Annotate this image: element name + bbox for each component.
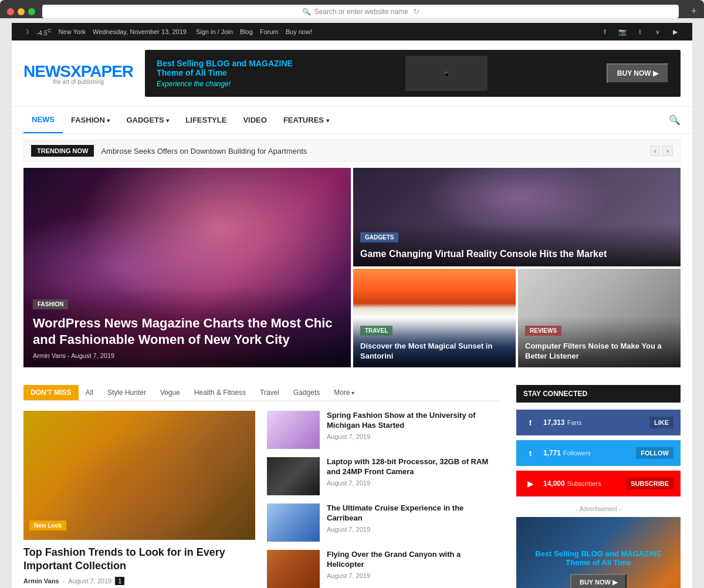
hero-reviews-title: Computer Filters Noise to Make You a Bet… bbox=[525, 342, 673, 361]
youtube-action[interactable]: SUBSCRIBE bbox=[626, 478, 673, 489]
article-title: The Ultimate Cruise Experience in the Ca… bbox=[327, 503, 499, 523]
featured-article[interactable]: New Look Top Fashion Trends to Look for … bbox=[23, 411, 255, 588]
tab-health-fitness[interactable]: Health & Fitness bbox=[187, 385, 253, 400]
article-date: August 7, 2019 bbox=[327, 526, 499, 533]
list-item[interactable]: Laptop with 128-bit Processor, 32GB of R… bbox=[267, 457, 499, 495]
hero-bottom-row: TRAVEL Discover the Most Magical Sunset … bbox=[353, 269, 681, 367]
hero-main-badge: FASHION bbox=[33, 299, 68, 309]
ad-label: - Advertisement - bbox=[516, 506, 681, 512]
featured-author: Armin Vans bbox=[23, 577, 59, 584]
featured-date: August 7, 2019 bbox=[68, 577, 111, 584]
article-thumb bbox=[267, 550, 320, 588]
instagram-icon[interactable]: 📷 bbox=[617, 26, 628, 37]
logo-paper: PAPER bbox=[81, 62, 133, 80]
nav-video[interactable]: VIDEO bbox=[235, 107, 275, 133]
sidebar-advertisement[interactable]: Best Selling BLOG and MAGAZINE Theme of … bbox=[516, 517, 681, 588]
header-banner[interactable]: Best Selling BLOG and MAGAZINE Theme of … bbox=[145, 50, 681, 97]
new-tab-button[interactable]: + bbox=[691, 5, 697, 18]
nav-fashion[interactable]: FASHION ▾ bbox=[63, 107, 118, 133]
facebook-count: 17,313 bbox=[543, 418, 565, 427]
forum-link[interactable]: Forum bbox=[260, 28, 279, 35]
buynow-link[interactable]: Buy now! bbox=[286, 28, 312, 35]
blog-link[interactable]: Blog bbox=[240, 28, 253, 35]
vimeo-icon[interactable]: v bbox=[652, 26, 663, 37]
youtube-count: 14,000 bbox=[543, 479, 565, 488]
article-info: The Ultimate Cruise Experience in the Ca… bbox=[327, 503, 499, 542]
sidebar-ad-btn[interactable]: BUY NOW ▶ bbox=[570, 574, 627, 589]
trending-next[interactable]: › bbox=[662, 146, 673, 156]
banner-image-placeholder: 📱 bbox=[405, 56, 488, 91]
nav-features[interactable]: FEATURES ▾ bbox=[275, 107, 337, 133]
tab-all[interactable]: All bbox=[79, 385, 100, 400]
nav-lifestyle[interactable]: LIFESTYLE bbox=[177, 107, 235, 133]
location: New York bbox=[59, 28, 86, 35]
sidebar: STAY CONNECTED f 17,313 Fans LIKE t 1,77… bbox=[516, 385, 681, 588]
tab-gadgets[interactable]: Gadgets bbox=[286, 385, 327, 400]
close-button[interactable] bbox=[7, 8, 14, 15]
youtube-label: Subscribers bbox=[567, 480, 601, 487]
maximize-button[interactable] bbox=[28, 8, 35, 15]
article-info: Spring Fashion Show at the University of… bbox=[327, 411, 499, 449]
section-header: DON'T MISS All Style Hunter Vogue Health… bbox=[23, 385, 499, 401]
search-icon[interactable]: 🔍 bbox=[669, 114, 681, 126]
banner-sub: Experience the change! bbox=[157, 80, 293, 88]
hero-top-right-overlay: GADGETS Game Changing Virtual Reality Co… bbox=[353, 224, 681, 266]
featured-badge: New Look bbox=[29, 520, 66, 534]
article-title: Laptop with 128-bit Processor, 32GB of R… bbox=[327, 457, 499, 477]
top-bar-left: ☽ -4.5C New York Wednesday, November 13,… bbox=[23, 28, 187, 36]
facebook-icon[interactable]: f bbox=[600, 26, 610, 37]
address-bar[interactable]: 🔍 Search or enter website name ↻ bbox=[42, 5, 679, 18]
list-item[interactable]: Flying Over the Grand Canyon with a Heli… bbox=[267, 550, 499, 588]
tab-travel[interactable]: Travel bbox=[253, 385, 286, 400]
hero-top-right-article[interactable]: GADGETS Game Changing Virtual Reality Co… bbox=[353, 168, 681, 266]
facebook-action[interactable]: LIKE bbox=[649, 417, 673, 428]
minimize-button[interactable] bbox=[18, 8, 25, 15]
hero-travel-article[interactable]: TRAVEL Discover the Most Magical Sunset … bbox=[353, 269, 516, 367]
top-bar-links: Sign in / Join Blog Forum Buy now! bbox=[196, 28, 312, 35]
youtube-icon[interactable]: ▶ bbox=[670, 26, 681, 37]
logo-x: X bbox=[70, 62, 81, 80]
twitter-label: Followers bbox=[563, 450, 591, 457]
twitter-row[interactable]: t 1,771 Followers FOLLOW bbox=[516, 440, 681, 466]
banner-buy-btn[interactable]: BUY NOW ▶ bbox=[607, 63, 669, 83]
facebook-row[interactable]: f 17,313 Fans LIKE bbox=[516, 410, 681, 435]
twitter-count: 1,771 bbox=[543, 449, 561, 457]
dont-miss-label: DON'T MISS bbox=[23, 385, 79, 400]
twitter-action[interactable]: FOLLOW bbox=[636, 447, 673, 459]
nav-gadgets[interactable]: GADGETS ▾ bbox=[118, 107, 177, 133]
logo[interactable]: NEWSXPAPER the art of publishing bbox=[23, 62, 133, 85]
trending-label: TRENDING NOW bbox=[31, 145, 94, 157]
nav-news[interactable]: NEWS bbox=[23, 107, 63, 133]
article-info: Flying Over the Grand Canyon with a Heli… bbox=[327, 550, 499, 588]
trending-arrows: ‹ › bbox=[650, 146, 673, 156]
hero-reviews-overlay: REVIEWS Computer Filters Noise to Make Y… bbox=[518, 317, 681, 367]
article-date: August 7, 2019 bbox=[327, 572, 499, 579]
hero-main-overlay: FASHION WordPress News Magazine Charts t… bbox=[23, 287, 351, 367]
twitter-icon[interactable]: t bbox=[635, 26, 645, 37]
list-item[interactable]: Spring Fashion Show at the University of… bbox=[267, 411, 499, 449]
list-item[interactable]: The Ultimate Cruise Experience in the Ca… bbox=[267, 503, 499, 542]
article-title: Flying Over the Grand Canyon with a Heli… bbox=[327, 550, 499, 570]
weather-icon: ☽ bbox=[23, 28, 29, 36]
hero-reviews-article[interactable]: REVIEWS Computer Filters Noise to Make Y… bbox=[518, 269, 681, 367]
tab-style-hunter[interactable]: Style Hunter bbox=[100, 385, 153, 400]
featured-comment-count: 1 bbox=[115, 577, 124, 585]
hero-right: GADGETS Game Changing Virtual Reality Co… bbox=[353, 168, 681, 367]
hero-reviews-badge: REVIEWS bbox=[525, 326, 561, 336]
tab-vogue[interactable]: Vogue bbox=[153, 385, 187, 400]
banner-heading: Best Selling BLOG and MAGAZINE Theme of … bbox=[157, 59, 293, 77]
youtube-row[interactable]: ▶ 14,000 Subscribers SUBSCRIBE bbox=[516, 471, 681, 496]
signin-link[interactable]: Sign in / Join bbox=[196, 28, 233, 35]
featured-meta: Armin Vans - August 7, 2019 1 bbox=[23, 577, 255, 585]
youtube-icon: ▶ bbox=[523, 477, 537, 491]
article-thumb bbox=[267, 457, 320, 495]
trending-prev[interactable]: ‹ bbox=[650, 146, 661, 156]
dont-miss-content: New Look Top Fashion Trends to Look for … bbox=[23, 411, 499, 588]
content-area: FASHION WordPress News Magazine Charts t… bbox=[12, 168, 692, 588]
logo-news: NEWS bbox=[23, 62, 70, 80]
tab-more[interactable]: More ▾ bbox=[327, 385, 361, 400]
hero-main-title: WordPress News Magazine Charts the Most … bbox=[33, 315, 341, 349]
hero-main-article[interactable]: FASHION WordPress News Magazine Charts t… bbox=[23, 168, 351, 367]
sidebar-ad-heading: Best Selling BLOG and MAGAZINE Theme of … bbox=[535, 549, 661, 567]
hero-travel-title: Discover the Most Magical Sunset in Sant… bbox=[360, 342, 509, 361]
